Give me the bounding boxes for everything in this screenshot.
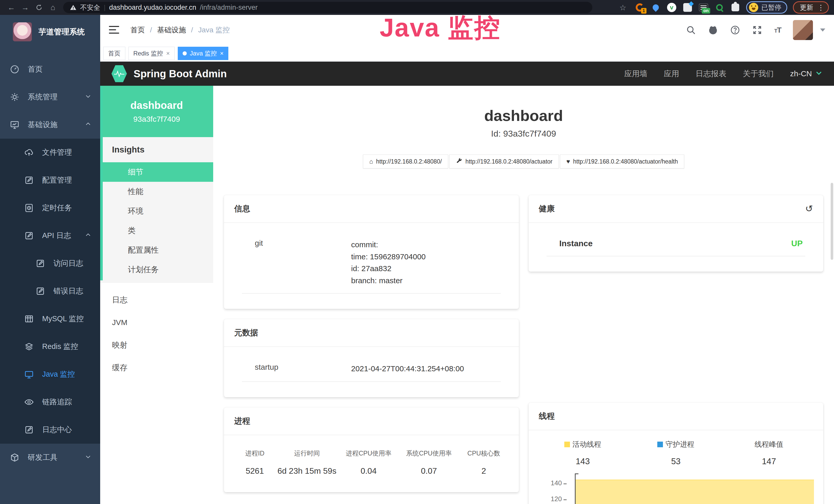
sba-main: dashboard Id: 93a3fc7f7409 ⌂ http://192.… — [213, 86, 834, 504]
peak-threads-value: 147 — [723, 457, 816, 466]
breadcrumb-current: Java 监控 — [198, 25, 230, 35]
sidebar-item-system[interactable]: 系统管理 — [0, 83, 100, 111]
sba-item-metrics[interactable]: 性能 — [100, 182, 213, 201]
edit-square-icon — [36, 286, 45, 296]
history-icon[interactable]: ↺ — [805, 203, 813, 214]
browser-profile-chip[interactable]: 已暂停 — [746, 1, 787, 14]
cards-grid: 信息 git commit: time: 1596289704000 id: 2… — [213, 195, 834, 504]
sba-logo[interactable] — [111, 65, 127, 82]
sidebar-item-config[interactable]: 配置管理 — [0, 166, 100, 194]
avatar-caret-icon[interactable] — [820, 28, 825, 31]
instance-id: 93a3fc7f7409 — [133, 115, 180, 123]
cpu-cores: 2 — [459, 466, 508, 476]
edit-square-icon — [24, 175, 34, 185]
sidebar-item-tracing[interactable]: 链路追踪 — [0, 388, 100, 416]
service-url-chip[interactable]: ⌂ http://192.168.0.2:48080/ — [363, 155, 448, 168]
reload-icon[interactable] — [33, 1, 45, 14]
sidebar-item-mysql[interactable]: MySQL 监控 — [0, 305, 100, 333]
search-icon[interactable] — [686, 25, 696, 35]
sidebar-item-redis[interactable]: Redis 监控 — [0, 333, 100, 361]
health-card: 健康 ↺ Instance UP — [529, 195, 824, 272]
tab-java-monitor[interactable]: Java 监控 × — [178, 47, 228, 60]
box-icon — [10, 453, 20, 462]
sba-item-caches[interactable]: 缓存 — [100, 357, 213, 379]
sba-brand[interactable]: Spring Boot Admin — [134, 68, 227, 79]
actuator-url-chip[interactable]: http://192.168.0.2:48080/actuator — [449, 155, 559, 168]
help-icon[interactable] — [730, 25, 740, 35]
process-values: 5261 6d 23h 15m 59s 0.04 0.07 2 — [234, 466, 509, 476]
sidebar-item-access-log[interactable]: 访问日志 — [0, 250, 100, 277]
sba-nav-applications[interactable]: 应用 — [664, 69, 679, 79]
fullscreen-icon[interactable] — [752, 25, 762, 35]
font-size-icon[interactable]: TT — [774, 26, 781, 35]
sidebar-submenu-infra: 文件管理 配置管理 定时任务 API 日志 访问日志 — [0, 139, 100, 444]
github-icon[interactable] — [708, 25, 718, 35]
sidebar-item-api-log[interactable]: API 日志 — [0, 222, 100, 250]
card-title: 线程 — [539, 411, 555, 421]
edit-square-icon — [36, 258, 45, 268]
sba-item-mappings[interactable]: 映射 — [100, 334, 213, 357]
grid-extension-icon[interactable] — [682, 2, 693, 13]
url-path: /infra/admin-server — [200, 4, 258, 12]
tab-redis-monitor[interactable]: Redis 监控 × — [128, 47, 175, 60]
chrome-update-button[interactable]: 更新 ⋮ — [793, 1, 829, 14]
browser-menu-icon[interactable]: ⋮ — [817, 3, 825, 12]
y-tick: 120 — [536, 495, 567, 503]
list-extension-icon[interactable]: on — [698, 2, 709, 13]
collapse-sidebar-icon[interactable] — [109, 26, 119, 34]
address-bar[interactable]: 不安全 | dashboard.yudao.iocoder.cn/infra/a… — [63, 2, 592, 13]
sidebar-item-error-log[interactable]: 错误日志 — [0, 277, 100, 305]
sidebar-item-files[interactable]: 文件管理 — [0, 139, 100, 166]
card-title: 信息 — [234, 203, 250, 214]
scrollbar-thumb[interactable] — [831, 183, 833, 260]
sba-nav-wallboard[interactable]: 应用墙 — [624, 69, 647, 79]
sba-item-details[interactable]: 细节 — [100, 162, 213, 182]
startup-value: 2021-04-27T00:44:31.254+08:00 — [351, 363, 464, 375]
sba-item-environment[interactable]: 环境 — [100, 201, 213, 221]
forward-icon[interactable]: → — [19, 1, 31, 14]
sba-item-scheduled-tasks[interactable]: 计划任务 — [100, 260, 213, 279]
pin-extension-icon[interactable] — [651, 2, 661, 13]
app-logo — [13, 22, 32, 41]
tag-view-bar: 首页 Redis 监控 × Java 监控 × — [100, 45, 834, 62]
metadata-row-startup: startup 2021-04-27T00:44:31.254+08:00 — [242, 358, 501, 382]
sidebar-item-home[interactable]: 首页 — [0, 55, 100, 83]
sidebar-item-java-monitor[interactable]: Java 监控 — [0, 361, 100, 388]
breadcrumb-infra[interactable]: 基础设施 — [157, 25, 186, 35]
update-label: 更新 — [800, 3, 813, 12]
dashboard-icon — [10, 65, 20, 74]
back-icon[interactable]: ← — [5, 1, 18, 14]
health-url-chip[interactable]: ♥ http://192.168.0.2:48080/actuator/heal… — [560, 155, 684, 168]
process-headers: 进程ID 运行时间 进程CPU使用率 系统CPU使用率 CPU核心数 — [234, 449, 509, 458]
live-threads-value: 143 — [536, 457, 630, 466]
bookmark-star-icon[interactable]: ☆ — [617, 1, 629, 14]
sba-item-classes[interactable]: 类 — [100, 221, 213, 240]
close-icon[interactable]: × — [220, 50, 223, 57]
sba-language-select[interactable]: zh-CN — [790, 69, 823, 78]
sidebar-item-log-center[interactable]: 日志中心 — [0, 416, 100, 444]
sba-nav-journal[interactable]: 日志报表 — [696, 69, 726, 79]
info-card: 信息 git commit: time: 1596289704000 id: 2… — [224, 195, 519, 309]
home-icon[interactable]: ⌂ — [47, 1, 59, 14]
threads-area-chart: 140 120 100 — [536, 478, 816, 504]
search-extension-icon[interactable] — [714, 2, 725, 13]
puzzle-extensions-icon[interactable] — [730, 2, 741, 13]
sidebar-item-jobs[interactable]: 定时任务 — [0, 194, 100, 222]
sba-group-label: Insights — [100, 137, 213, 162]
breadcrumb-home[interactable]: 首页 — [130, 25, 145, 35]
sba-item-jvm[interactable]: JVM — [100, 311, 213, 334]
sba-item-logs[interactable]: 日志 — [100, 289, 213, 311]
close-icon[interactable]: × — [166, 50, 170, 57]
sidebar-item-dev-tools[interactable]: 研发工具 — [0, 444, 100, 472]
page-title: dashboard — [213, 107, 834, 124]
sba-instance-header[interactable]: dashboard 93a3fc7f7409 — [100, 86, 213, 137]
user-avatar[interactable] — [793, 20, 813, 40]
sba-nav-about[interactable]: 关于我们 — [743, 69, 774, 79]
v-extension-icon[interactable]: v — [666, 2, 677, 13]
sba-item-config-props[interactable]: 配置属性 — [100, 240, 213, 260]
sidebar-item-infra[interactable]: 基础设施 — [0, 111, 100, 139]
extension-icon[interactable]: 1 — [635, 2, 645, 13]
tab-home[interactable]: 首页 — [103, 47, 125, 60]
threads-card: 线程 活动线程 守护进程 线程峰值 143 53 — [529, 403, 824, 504]
card-title: 进程 — [234, 416, 250, 427]
